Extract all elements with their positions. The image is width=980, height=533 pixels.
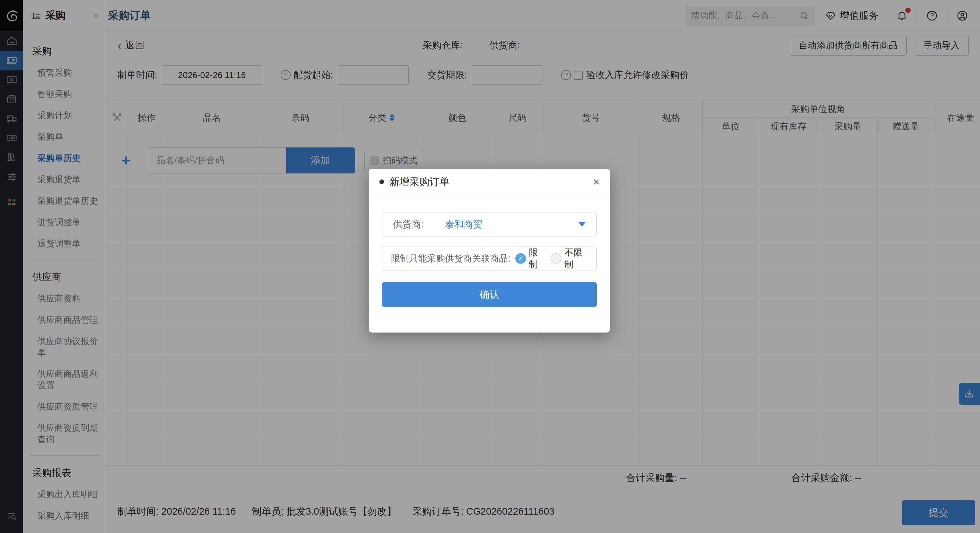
restrict-radio-on[interactable]: ✓ 限制 (515, 246, 544, 271)
chevron-down-icon (578, 222, 585, 227)
modal-bullet-icon (379, 179, 384, 184)
restrict-on-label: 限制 (529, 246, 544, 271)
confirm-button[interactable]: 确认 (382, 282, 597, 307)
modal-body: 供货商: 泰和商贸 限制只能采购供货商关联商品: ✓ 限制 不限制 确认 (369, 212, 610, 307)
restrict-off-label: 不限制 (564, 246, 588, 271)
restrict-label: 限制只能采购供货商关联商品: (391, 252, 511, 265)
radio-checked-icon: ✓ (515, 253, 526, 264)
app-window: 采购 × 采购 预警采购 智能采购 采购计划 采购单 采购单历史 采购退货单 采… (0, 0, 980, 533)
modal-header: 新增采购订单 × (369, 169, 610, 195)
restrict-option-row: 限制只能采购供货商关联商品: ✓ 限制 不限制 (382, 246, 597, 271)
supplier-select-label: 供货商: (393, 218, 424, 231)
supplier-select-value: 泰和商贸 (445, 218, 482, 231)
modal-title: 新增采购订单 (389, 175, 449, 189)
radio-unchecked-icon (550, 253, 562, 264)
new-purchase-order-modal: 新增采购订单 × 供货商: 泰和商贸 限制只能采购供货商关联商品: ✓ 限制 不… (369, 169, 610, 332)
modal-close-icon[interactable]: × (593, 176, 599, 187)
supplier-select[interactable]: 供货商: 泰和商贸 (382, 212, 597, 236)
restrict-radio-off[interactable]: 不限制 (550, 246, 588, 271)
